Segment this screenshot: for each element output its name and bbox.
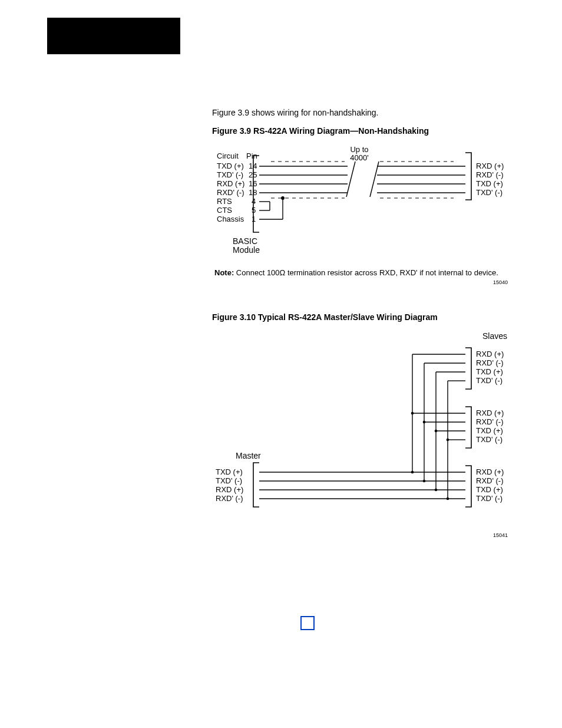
figure-1: Circuit Pin Up to 4000' TXD (+)14 TXD' (… xyxy=(212,144,521,286)
svg-text:Circuit: Circuit xyxy=(217,151,239,160)
svg-text:TXD (+): TXD (+) xyxy=(217,162,244,170)
svg-point-81 xyxy=(447,439,449,442)
figure-2-id: 15041 xyxy=(212,532,508,539)
svg-text:RXD' (-): RXD' (-) xyxy=(476,417,504,426)
svg-text:TXD (+): TXD (+) xyxy=(476,485,503,494)
svg-line-31 xyxy=(370,162,379,197)
svg-text:RXD (+): RXD (+) xyxy=(476,162,504,170)
svg-point-83 xyxy=(423,480,426,483)
svg-text:TXD (+): TXD (+) xyxy=(216,467,243,476)
svg-text:4: 4 xyxy=(252,197,256,206)
header-blackbox xyxy=(47,18,180,54)
svg-text:RXD' (-): RXD' (-) xyxy=(476,476,504,485)
svg-text:TXD' (-): TXD' (-) xyxy=(217,170,243,179)
svg-text:TXD' (-): TXD' (-) xyxy=(476,188,503,197)
figure-2-caption: Figure 3.10 Typical RS-422A Master/Slave… xyxy=(212,312,521,323)
svg-text:1: 1 xyxy=(252,215,256,223)
svg-text:5: 5 xyxy=(252,206,256,215)
svg-text:Up to: Up to xyxy=(350,145,368,154)
svg-point-78 xyxy=(411,412,414,415)
svg-text:Chassis: Chassis xyxy=(217,215,244,223)
svg-text:TXD (+): TXD (+) xyxy=(476,367,503,376)
svg-text:TXD' (-): TXD' (-) xyxy=(476,494,503,503)
content-column: Figure 3.9 shows wiring for non-handshak… xyxy=(212,107,521,539)
svg-text:18: 18 xyxy=(249,188,257,197)
intro-text: Figure 3.9 shows wiring for non-handshak… xyxy=(212,107,521,118)
svg-text:BASIC: BASIC xyxy=(233,236,257,246)
svg-text:RTS: RTS xyxy=(217,197,232,206)
svg-text:Slaves: Slaves xyxy=(482,331,507,341)
svg-text:25: 25 xyxy=(249,170,257,179)
svg-text:RXD (+): RXD (+) xyxy=(217,179,244,188)
svg-text:TXD' (-): TXD' (-) xyxy=(216,476,242,485)
figure-1-caption: Figure 3.9 RS-422A Wiring Diagram—Non-Ha… xyxy=(212,126,521,137)
svg-text:4000': 4000' xyxy=(350,153,368,162)
figure-1-note: Note: Connect 100Ω termination resistor … xyxy=(214,268,515,278)
svg-text:RXD (+): RXD (+) xyxy=(476,467,504,476)
svg-point-85 xyxy=(447,498,449,500)
svg-text:Master: Master xyxy=(236,451,261,460)
svg-text:14: 14 xyxy=(249,162,257,170)
svg-text:RXD' (-): RXD' (-) xyxy=(217,188,244,197)
svg-text:RXD (+): RXD (+) xyxy=(216,485,243,494)
svg-text:16: 16 xyxy=(249,179,257,188)
svg-text:RXD (+): RXD (+) xyxy=(476,409,504,417)
svg-point-84 xyxy=(435,489,438,492)
svg-text:RXD' (-): RXD' (-) xyxy=(476,170,504,179)
page-marker-square xyxy=(300,616,315,630)
svg-text:RXD' (-): RXD' (-) xyxy=(216,494,243,503)
svg-text:TXD (+): TXD (+) xyxy=(476,179,503,188)
svg-text:Module: Module xyxy=(233,245,260,255)
svg-text:Pin: Pin xyxy=(246,151,257,160)
svg-text:TXD' (-): TXD' (-) xyxy=(476,376,503,385)
figure-1-id: 15040 xyxy=(212,279,508,286)
svg-text:CTS: CTS xyxy=(217,206,232,215)
figure-2: Slaves RXD (+) RXD' (-) TXD (+) TXD' (-)… xyxy=(212,330,521,539)
page: Figure 3.9 shows wiring for non-handshak… xyxy=(0,0,562,728)
svg-text:TXD' (-): TXD' (-) xyxy=(476,435,503,444)
svg-text:TXD (+): TXD (+) xyxy=(476,426,503,435)
svg-point-41 xyxy=(282,197,284,199)
svg-point-80 xyxy=(435,430,438,433)
svg-point-79 xyxy=(423,421,426,424)
svg-line-30 xyxy=(346,162,355,197)
svg-text:RXD (+): RXD (+) xyxy=(476,350,504,358)
svg-point-82 xyxy=(411,471,414,474)
svg-text:RXD' (-): RXD' (-) xyxy=(476,358,504,367)
